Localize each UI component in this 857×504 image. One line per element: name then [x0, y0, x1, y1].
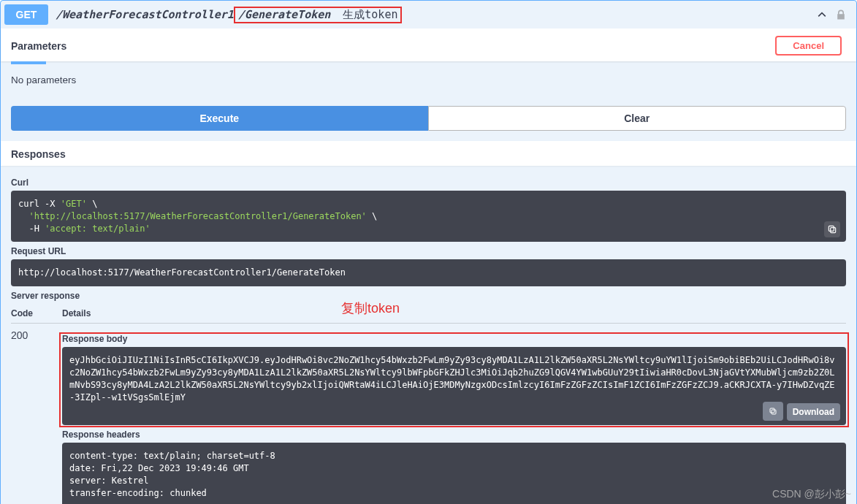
response-headers-title: Response headers	[62, 429, 846, 440]
operation-block: GET /WeatherForecastController1 /Generat…	[0, 0, 857, 504]
table-row: 200 Response body eyJhbGciOiJIUzI1NiIsIn…	[11, 324, 846, 504]
endpoint-description: 生成token	[343, 8, 397, 21]
response-body-title: Response body	[62, 334, 846, 344]
watermark: CSDN @彭小彭~	[772, 488, 851, 501]
response-table: 复制token Code Details 200 Response body e…	[11, 304, 846, 504]
svg-rect-3	[770, 408, 774, 413]
response-headers-block: content-type: text/plain; charset=utf-8 …	[62, 443, 846, 504]
path-highlight: /GenerateToken	[238, 8, 330, 21]
copy-button[interactable]	[763, 402, 783, 421]
chevron-up-icon[interactable]	[816, 9, 828, 20]
parameters-header: Parameters Cancel	[1, 28, 856, 61]
curl-cmd: curl -X	[18, 199, 61, 209]
copy-icon[interactable]	[824, 221, 840, 237]
curl-block: curl -X 'GET' \ 'http://localhost:5177/W…	[11, 191, 846, 242]
code-header: Code	[11, 308, 62, 318]
curl-h-flag: -H	[28, 224, 45, 234]
lock-icon[interactable]	[835, 9, 847, 20]
svg-rect-1	[829, 226, 834, 232]
response-body-text: eyJhbGciOiJIUzI1NiIsInR5cCI6IkpXVCJ9.eyJ…	[69, 355, 835, 402]
operation-body: Parameters Cancel No parameters Execute …	[1, 28, 856, 504]
hdr-server: server: Kestrel	[69, 476, 148, 486]
svg-rect-0	[831, 228, 836, 233]
curl-header: 'accept: text/plain'	[45, 224, 151, 234]
request-url-block: http://localhost:5177/WeatherForecastCon…	[11, 259, 846, 286]
table-head: Code Details	[11, 304, 846, 324]
curl-title: Curl	[11, 177, 846, 188]
request-url-title: Request URL	[11, 246, 846, 256]
operation-summary[interactable]: GET /WeatherForecastController1 /Generat…	[1, 1, 856, 28]
details-col: Response body eyJhbGciOiJIUzI1NiIsInR5cC…	[62, 329, 846, 504]
http-method-badge: GET	[4, 4, 48, 25]
details-header: Details	[62, 308, 91, 318]
response-body-wrapper: eyJhbGciOiJIUzI1NiIsInR5cCI6IkpXVCJ9.eyJ…	[62, 347, 846, 425]
path-prefix: /WeatherForecastController1	[56, 8, 234, 21]
parameters-title: Parameters	[11, 40, 66, 52]
responses-section: Curl curl -X 'GET' \ 'http://localhost:5…	[1, 166, 856, 504]
hdr-content-type: content-type: text/plain; charset=utf-8	[69, 451, 275, 461]
response-body-block: eyJhbGciOiJIUzI1NiIsInR5cCI6IkpXVCJ9.eyJ…	[62, 347, 846, 425]
responses-title: Responses	[1, 141, 856, 166]
hdr-transfer: transfer-encoding: chunked	[69, 488, 207, 498]
clear-button[interactable]: Clear	[428, 106, 847, 131]
copy-token-note: 复制token	[341, 299, 400, 317]
cancel-button[interactable]: Cancel	[775, 36, 842, 56]
clipboard-icon	[769, 406, 777, 416]
no-parameters-text: No parameters	[1, 64, 856, 96]
path-highlight-box: /GenerateToken 生成token	[234, 7, 403, 23]
execute-button[interactable]: Execute	[11, 106, 428, 131]
summary-icons	[816, 9, 853, 20]
curl-url: 'http://localhost:5177/WeatherForecastCo…	[28, 211, 366, 221]
hdr-date: date: Fri,22 Dec 2023 19:49:46 GMT	[69, 463, 249, 473]
server-response-title: Server response	[11, 291, 846, 301]
svg-rect-2	[772, 410, 776, 414]
request-url-value: http://localhost:5177/WeatherForecastCon…	[18, 267, 346, 278]
endpoint-path: /WeatherForecastController1 /GenerateTok…	[56, 7, 402, 23]
execute-row: Execute Clear	[1, 96, 856, 141]
curl-method: 'GET'	[61, 199, 87, 209]
download-button[interactable]: Download	[787, 403, 840, 421]
status-code: 200	[11, 329, 62, 341]
